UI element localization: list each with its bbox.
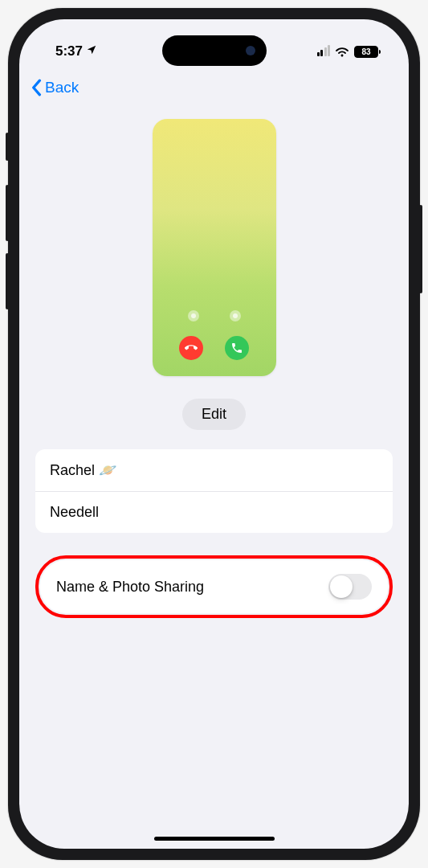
location-icon (86, 43, 97, 59)
battery-icon: 83 (354, 46, 381, 58)
content: Edit Rachel 🪐 Needell Name & Photo Shari… (19, 103, 409, 618)
sharing-label: Name & Photo Sharing (56, 579, 204, 596)
nav-bar: Back (19, 69, 409, 103)
last-name-field[interactable]: Needell (35, 492, 393, 533)
edit-section: Edit (35, 399, 393, 430)
home-indicator[interactable] (154, 837, 275, 841)
battery-percent: 83 (361, 47, 370, 56)
status-right: 83 (317, 46, 381, 58)
voicemail-mini-icon (230, 310, 241, 321)
status-left: 5:37 (55, 43, 97, 59)
edit-button[interactable]: Edit (182, 399, 246, 430)
toggle-knob (330, 575, 353, 598)
back-label: Back (45, 79, 79, 96)
highlight-annotation: Name & Photo Sharing (35, 555, 393, 618)
front-camera (246, 46, 255, 55)
side-button-power (419, 205, 422, 293)
name-photo-sharing-row: Name & Photo Sharing (40, 560, 388, 613)
back-button[interactable]: Back (31, 79, 79, 96)
poster-call-buttons (153, 336, 276, 360)
first-name-field[interactable]: Rachel 🪐 (35, 449, 393, 492)
message-mini-icon (188, 310, 199, 321)
side-button-volume-up (6, 185, 9, 241)
chevron-left-icon (31, 79, 42, 96)
name-fields-group: Rachel 🪐 Needell (35, 449, 393, 533)
last-name-value: Needell (50, 504, 99, 521)
contact-poster-preview[interactable] (153, 119, 276, 376)
side-button-silence (6, 133, 9, 161)
decline-call-icon (179, 336, 203, 360)
screen: 5:37 83 (19, 19, 409, 849)
dynamic-island (162, 35, 267, 66)
status-time: 5:37 (55, 43, 83, 59)
side-button-volume-down (6, 253, 9, 309)
sharing-group: Name & Photo Sharing (40, 560, 388, 613)
first-name-value: Rachel 🪐 (50, 461, 116, 479)
name-photo-sharing-toggle[interactable] (328, 574, 372, 600)
wifi-icon (335, 47, 349, 57)
accept-call-icon (225, 336, 249, 360)
phone-frame: 5:37 83 (8, 8, 420, 860)
cellular-icon (317, 47, 331, 56)
poster-mini-icons (153, 310, 276, 321)
